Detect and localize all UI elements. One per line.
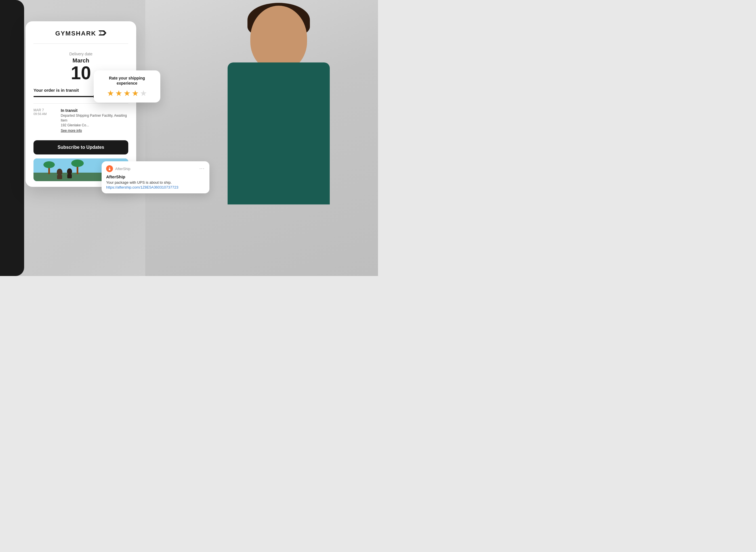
notification-title: AfterShip [106,174,205,179]
notification-body: Your package with UPS is about to ship. [106,180,205,184]
brand-name: GYMSHARK [55,30,96,37]
person-area [145,0,378,276]
svg-point-14 [109,169,111,170]
divider-1 [33,103,128,104]
person-body [228,62,330,204]
aftership-notification: AfterShip ··· AfterShip Your package wit… [102,161,209,193]
stars-row: ★ ★ ★ ★ ★ [100,89,154,98]
transit-date: MAR 7 [33,108,56,112]
rating-card: Rate your shipping experience ★ ★ ★ ★ ★ [93,71,160,103]
transit-info-col: In transit Departed Shipping Partner Fac… [61,108,128,133]
delivery-label: Delivery date [33,52,128,56]
notification-app-name: AfterShip [115,167,130,171]
notification-menu-dots[interactable]: ··· [199,166,205,171]
transit-date-col: MAR 7 09:56 AM [33,108,56,133]
transit-time: 09:56 AM [33,112,56,116]
see-more-link[interactable]: See more info [61,129,82,133]
star-2[interactable]: ★ [115,89,122,98]
star-1[interactable]: ★ [107,89,114,98]
star-4[interactable]: ★ [132,89,139,98]
notification-header-left: AfterShip [106,165,130,172]
rating-title: Rate your shipping experience [100,76,154,86]
star-5[interactable]: ★ [140,89,147,98]
subscribe-button[interactable]: Subscribe to Updates [33,140,128,154]
transit-row: MAR 7 09:56 AM In transit Departed Shipp… [33,108,128,133]
svg-point-12 [67,168,72,175]
notification-header: AfterShip ··· [106,165,205,172]
star-3[interactable]: ★ [124,89,131,98]
brand-logo-icon [99,30,107,37]
progress-bar-fill [33,96,95,97]
dark-left-panel [0,0,24,276]
notification-link[interactable]: https://aftership.com/1Z8E5A360310737723 [106,185,205,189]
svg-rect-11 [57,175,62,179]
svg-rect-13 [67,174,72,178]
person-figure [205,0,347,276]
transit-status: In transit [61,108,128,113]
logo-area: GYMSHARK [33,30,128,44]
svg-point-5 [43,161,55,168]
aftership-icon [106,165,113,172]
svg-point-10 [57,169,62,175]
svg-point-7 [71,160,84,167]
transit-description: Departed Shipping Partner Facility, Awai… [61,113,128,128]
